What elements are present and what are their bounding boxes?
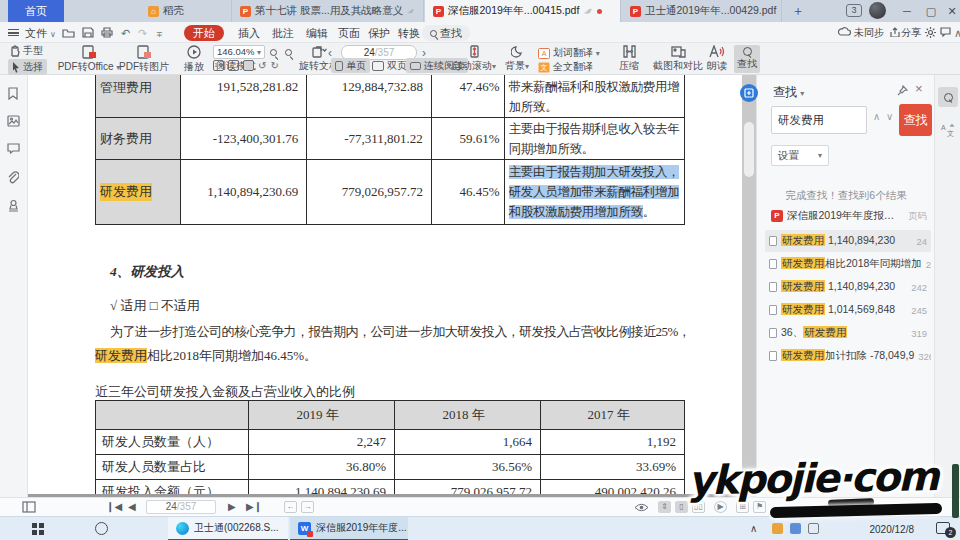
find-button[interactable]: 查找 [734,45,760,73]
print-icon[interactable] [101,27,113,38]
tab-ppt-doc[interactable]: P 第十七讲 股票...用及其战略意义 [232,0,424,22]
save-icon[interactable] [82,27,94,38]
comments-icon[interactable] [7,143,20,154]
menu-find[interactable]: 查找 [422,25,470,41]
single-page-view[interactable]: 单页 [331,58,370,73]
rotate-right-icon[interactable]: ↻ [270,60,278,71]
zoom-out-icon[interactable] [270,46,277,58]
word-translate-button[interactable]: A 划词翻译 ▾ [538,46,600,60]
background-button[interactable]: 背景▾ [500,45,534,73]
menu-tab-comment[interactable]: 批注 [272,25,294,41]
bookmark-icon[interactable] [7,87,19,100]
zoom-level-select[interactable]: 146.04% ▾ [213,45,265,59]
menu-tab-protect[interactable]: 保护 [368,25,390,41]
prev-page-icon[interactable]: ◀ [128,501,136,512]
translate-tool-icon[interactable]: A文 [940,123,955,137]
next-result-icon[interactable]: ∨ [886,111,893,122]
view-back-icon[interactable]: ← [284,501,297,513]
play-view-icon[interactable]: ▶ [714,501,727,513]
pdf-to-image-button[interactable]: PDF转图片 [112,45,176,74]
more-tools-icon[interactable]: ∓ [156,25,163,41]
view-forward-icon[interactable]: → [301,501,314,513]
close-button[interactable]: ✕ [944,0,960,22]
stamp-icon[interactable] [7,199,20,212]
share-label[interactable]: 分享 [901,25,921,41]
flag-icon[interactable]: ⚑ [753,501,766,513]
cloud-sync-icon[interactable] [838,27,852,37]
find-settings-dropdown[interactable]: 设置▾ [771,145,829,166]
search-result-item[interactable]: 研发费用 1,014,569,848 245 [765,299,931,321]
hamburger-icon[interactable] [8,29,19,36]
play-button[interactable]: 播放 [176,45,212,74]
thumbnails-icon[interactable] [7,115,20,127]
result-file-header[interactable]: P 深信服2019年年度报告202... 页码 [771,209,927,223]
menu-tab-edit[interactable]: 编辑 [306,25,328,41]
menu-tab-convert[interactable]: 转换 [398,25,420,41]
sync-status[interactable]: 未同步 [854,25,884,41]
window-count-badge[interactable]: 3 [846,4,862,17]
menu-tab-page[interactable]: 页面 [338,25,360,41]
autoscroll-button[interactable]: 自动滚动▾ [448,45,500,73]
start-button[interactable] [32,523,37,528]
pin-icon[interactable] [897,85,908,96]
taskbar-item-wps[interactable]: W 深信服2019年年度... [290,517,408,540]
close-panel-icon[interactable]: × [915,81,923,96]
read-aloud-button[interactable]: 朗读 [702,45,732,73]
zoom-in-icon[interactable] [285,46,292,58]
search-cortana-button[interactable] [95,522,108,535]
select-tool[interactable]: 选择 [8,59,47,75]
translate-float-button[interactable] [740,84,758,102]
next-page-icon[interactable]: ▶ [228,501,236,512]
menu-tab-insert[interactable]: 插入 [238,25,260,41]
status-page-box[interactable]: 24/357 [146,500,216,514]
gear-icon[interactable] [925,27,936,38]
search-result-item[interactable]: 研发费用 1,140,894,230 24 [765,230,931,252]
compress-button[interactable]: 压缩 [612,45,646,73]
tab-pdf-westone[interactable]: P 卫士通2019年年...00429.pdf [622,0,782,22]
search-result-item[interactable]: 研发费用相比2018年同期增加 24 [765,253,931,275]
redo-icon[interactable]: ↷ [138,25,147,41]
menu-tab-start[interactable]: 开始 [184,25,224,41]
tray-icon[interactable] [772,523,783,534]
search-result-item[interactable]: 研发费用加计扣除 -78,049,9 326 [765,345,931,367]
full-translate-button[interactable]: 文 全文翻译 [538,60,593,74]
tray-icon[interactable] [808,523,819,534]
last-page-icon[interactable]: ▶❙ [246,501,262,512]
find-tool-active[interactable] [938,87,958,107]
hand-tool[interactable]: 手型 [10,44,43,58]
single-page-view-icon[interactable]: ▯ [675,501,688,513]
continuous-view-icon[interactable]: ⇕ [658,501,671,513]
scrollbar-thumb[interactable] [744,122,754,177]
prev-result-icon[interactable]: ∧ [873,111,880,122]
two-page-view-icon[interactable]: ▯▯ [692,501,705,513]
fit-window-icon[interactable]: ⊞ [736,501,749,513]
undo-icon[interactable]: ↶ [121,25,130,41]
snapshot-compare-button[interactable]: 截图和对比 [648,45,708,73]
document-area[interactable]: 管理费用 191,528,281.82 129,884,732.88 47.46… [28,75,756,497]
search-result-item[interactable]: 研发费用 1,140,894,230 242 [765,276,931,298]
tab-pdf-sangfor[interactable]: P 深信服2019年年...00415.pdf [425,0,621,22]
tab-docer[interactable]: ⌂ 稻壳 [140,0,232,22]
user-avatar[interactable] [869,2,886,19]
maximize-button[interactable]: ▢ [922,0,940,22]
new-tab-button[interactable]: ＋ [790,0,806,22]
tray-expand-icon[interactable]: ∧ [750,523,757,534]
open-icon[interactable] [62,27,75,38]
feedback-icon[interactable] [940,27,951,37]
fit-page-icon[interactable] [228,60,239,71]
rotate-left-icon[interactable]: ↺ [258,60,266,71]
find-submit-button[interactable]: 查找 [899,104,932,136]
taskbar-item-edge[interactable]: 卫士通(002268.S... [168,517,288,540]
fit-width-icon[interactable] [243,60,254,71]
actual-size-icon[interactable]: 1:1 [213,60,224,71]
find-input[interactable] [771,106,867,134]
eye-protect-icon[interactable] [634,503,649,512]
search-result-item[interactable]: 36、研发费用 319 [765,322,931,344]
file-menu[interactable]: 文件 ∨ [25,25,56,41]
minimize-button[interactable]: ─ [898,0,916,22]
share-icon[interactable] [890,27,900,37]
tray-icon[interactable] [790,523,801,534]
home-tab[interactable]: 首页 [8,0,64,22]
find-panel-title[interactable]: 查找 ▾ [773,84,804,101]
taskbar-date[interactable]: 2020/12/8 [862,524,914,535]
